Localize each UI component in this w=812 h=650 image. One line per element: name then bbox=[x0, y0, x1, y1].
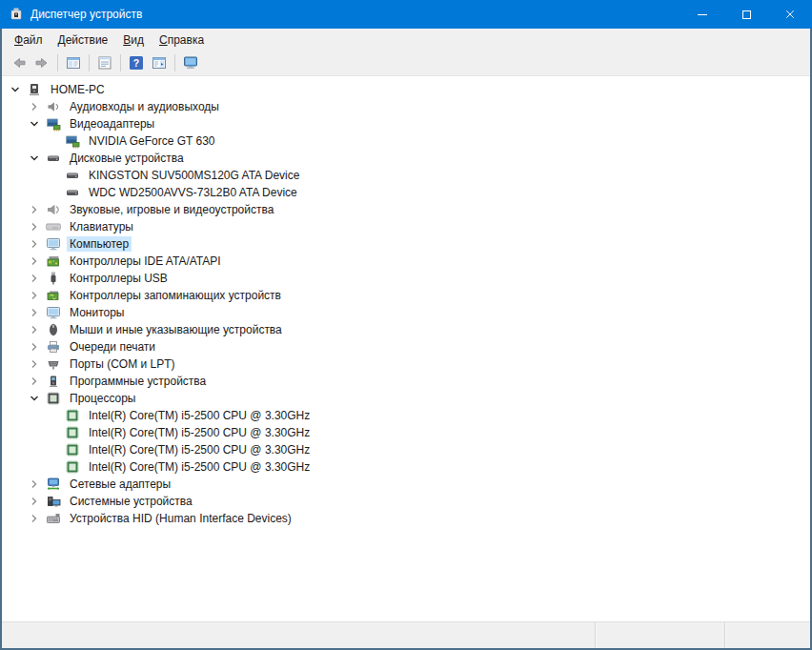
chevron-right-icon[interactable] bbox=[27, 494, 42, 509]
show-action-pane-button[interactable] bbox=[148, 51, 171, 74]
console-tree-icon bbox=[66, 55, 81, 71]
forward-button[interactable] bbox=[30, 51, 53, 74]
menu-item-действие[interactable]: Действие bbox=[51, 30, 116, 50]
chevron-right-icon[interactable] bbox=[27, 219, 42, 234]
chevron-right-icon[interactable] bbox=[27, 305, 42, 320]
tree-row[interactable]: Intel(R) Core(TM) i5-2500 CPU @ 3.30GHz bbox=[2, 441, 810, 458]
toolbar-separator bbox=[89, 54, 90, 71]
tree-item-label: Очереди печати bbox=[67, 339, 158, 355]
tree-row[interactable]: Звуковые, игровые и видеоустройства bbox=[2, 201, 810, 218]
window-controls bbox=[680, 0, 812, 29]
software-device-icon bbox=[46, 374, 61, 389]
disk-drive-icon bbox=[65, 168, 80, 183]
chevron-right-icon[interactable] bbox=[27, 271, 42, 286]
minimize-button[interactable] bbox=[680, 0, 724, 29]
menu-item-справка[interactable]: Справка bbox=[152, 30, 212, 50]
tree-row[interactable]: Компьютер bbox=[2, 235, 810, 253]
tree-row[interactable]: KINGSTON SUV500MS120G ATA Device bbox=[2, 167, 810, 184]
chevron-right-icon[interactable] bbox=[27, 477, 42, 492]
show-console-tree-button[interactable] bbox=[62, 51, 85, 74]
tree-row[interactable]: NVIDIA GeForce GT 630 bbox=[2, 132, 810, 150]
tree-item-label: Сетевые адаптеры bbox=[67, 477, 173, 492]
chevron-right-icon[interactable] bbox=[27, 374, 42, 389]
tree-item-label: Intel(R) Core(TM) i5-2500 CPU @ 3.30GHz bbox=[86, 425, 313, 440]
tree-row[interactable]: Сетевые адаптеры bbox=[2, 476, 810, 493]
tree-row[interactable]: WDC WD2500AVVS-73L2B0 ATA Device bbox=[2, 184, 810, 201]
monitor-icon bbox=[46, 236, 61, 252]
processor-icon bbox=[46, 391, 61, 406]
tree-item-label: Процессоры bbox=[67, 391, 139, 406]
menu-item-вид[interactable]: Вид bbox=[115, 30, 152, 50]
expander-spacer bbox=[46, 185, 61, 200]
tree-row[interactable]: Контроллеры IDE ATA/ATAPI bbox=[2, 253, 810, 270]
expander-spacer bbox=[46, 459, 61, 475]
tree-row[interactable]: Мыши и иные указывающие устройства bbox=[2, 321, 810, 338]
tree-row[interactable]: Программные устройства bbox=[2, 373, 810, 390]
tree-row[interactable]: Процессоры bbox=[2, 390, 810, 407]
tree-row[interactable]: Очереди печати bbox=[2, 338, 810, 355]
tree-item-label: KINGSTON SUV500MS120G ATA Device bbox=[86, 168, 302, 183]
tree-row[interactable]: Видеоадаптеры bbox=[2, 115, 810, 132]
hid-device-icon bbox=[46, 511, 61, 526]
monitor-icon bbox=[46, 305, 61, 320]
tree-row[interactable]: Устройства HID (Human Interface Devices) bbox=[2, 510, 810, 527]
chevron-right-icon[interactable] bbox=[27, 288, 42, 303]
sound-device-icon bbox=[46, 202, 61, 217]
close-icon bbox=[784, 9, 796, 20]
chevron-down-icon[interactable] bbox=[27, 151, 42, 166]
tree-item-label: Устройства HID (Human Interface Devices) bbox=[67, 511, 294, 526]
properties-button[interactable] bbox=[93, 51, 116, 74]
tree-item-label: Intel(R) Core(TM) i5-2500 CPU @ 3.30GHz bbox=[86, 408, 313, 423]
tree-row[interactable]: Intel(R) Core(TM) i5-2500 CPU @ 3.30GHz bbox=[2, 458, 810, 476]
properties-icon bbox=[97, 55, 112, 71]
tree-item-label: Видеоадаптеры bbox=[67, 116, 157, 132]
help-button[interactable]: ? bbox=[125, 51, 148, 74]
chevron-right-icon[interactable] bbox=[27, 236, 42, 252]
chevron-down-icon[interactable] bbox=[27, 116, 42, 132]
close-button[interactable] bbox=[768, 0, 812, 29]
tree-row[interactable]: Аудиовходы и аудиовыходы bbox=[2, 98, 810, 115]
processor-core-icon bbox=[65, 425, 80, 440]
keyboard-icon bbox=[46, 219, 61, 234]
svg-text:?: ? bbox=[133, 57, 139, 69]
tree-row[interactable]: Intel(R) Core(TM) i5-2500 CPU @ 3.30GHz bbox=[2, 424, 810, 441]
usb-controller-icon bbox=[46, 271, 61, 286]
port-icon bbox=[46, 356, 61, 372]
chevron-right-icon[interactable] bbox=[27, 339, 42, 355]
chevron-right-icon[interactable] bbox=[27, 254, 42, 269]
maximize-button[interactable] bbox=[724, 0, 768, 29]
chevron-right-icon[interactable] bbox=[27, 99, 42, 114]
tree-item-label: Дисковые устройства bbox=[67, 151, 187, 166]
expander-spacer bbox=[46, 408, 61, 423]
storage-controller-icon bbox=[46, 288, 61, 303]
chevron-down-icon[interactable] bbox=[8, 82, 23, 97]
tree-row[interactable]: HOME-PC bbox=[2, 81, 810, 98]
tree-row[interactable]: Контроллеры USB bbox=[2, 270, 810, 287]
status-bar-section-3 bbox=[725, 622, 810, 648]
back-button[interactable] bbox=[8, 51, 30, 74]
title-bar: Диспетчер устройств bbox=[0, 0, 812, 29]
processor-core-icon bbox=[65, 442, 80, 457]
expander-spacer bbox=[46, 168, 61, 183]
scan-hardware-changes-button[interactable] bbox=[179, 51, 202, 74]
chevron-right-icon[interactable] bbox=[27, 202, 42, 217]
tree-row[interactable]: Intel(R) Core(TM) i5-2500 CPU @ 3.30GHz bbox=[2, 407, 810, 424]
chevron-down-icon[interactable] bbox=[27, 391, 42, 406]
tree-row[interactable]: Контроллеры запоминающих устройств bbox=[2, 287, 810, 304]
status-bar bbox=[2, 621, 810, 648]
tree-row[interactable]: Системные устройства bbox=[2, 493, 810, 510]
menu-item-файл[interactable]: Файл bbox=[7, 30, 51, 50]
tree-row[interactable]: Клавиатуры bbox=[2, 218, 810, 235]
chevron-right-icon[interactable] bbox=[27, 511, 42, 526]
tree-row[interactable]: Мониторы bbox=[2, 304, 810, 321]
help-icon: ? bbox=[129, 55, 144, 71]
processor-core-icon bbox=[65, 408, 80, 423]
chevron-right-icon[interactable] bbox=[27, 356, 42, 372]
tree-item-label: Контроллеры IDE ATA/ATAPI bbox=[67, 254, 224, 269]
back-arrow-icon bbox=[11, 55, 27, 71]
tree-row[interactable]: Порты (COM и LPT) bbox=[2, 355, 810, 373]
tree-row[interactable]: Дисковые устройства bbox=[2, 150, 810, 167]
tree-item-label: Порты (COM и LPT) bbox=[67, 356, 178, 372]
ide-controller-icon bbox=[46, 254, 61, 269]
chevron-right-icon[interactable] bbox=[27, 322, 42, 337]
